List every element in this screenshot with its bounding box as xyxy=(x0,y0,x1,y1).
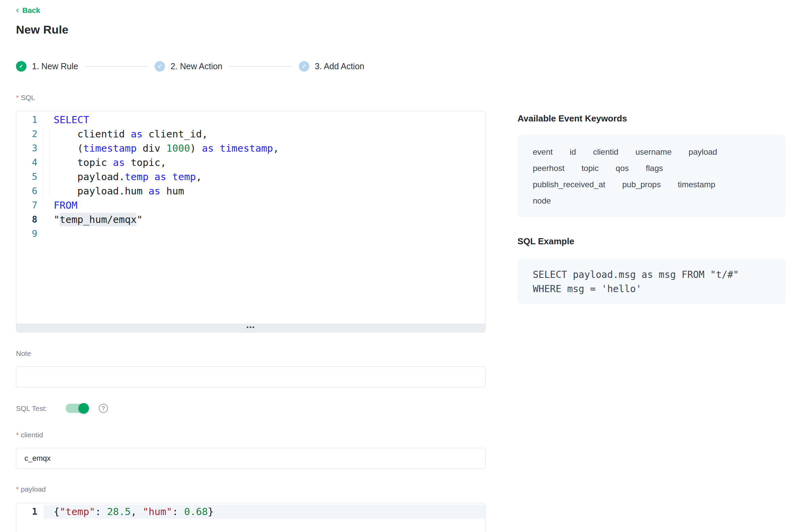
keywords-panel-title: Available Event Keywords xyxy=(517,113,627,124)
step-label: 3. Add Action xyxy=(315,61,364,71)
line-number: 6 xyxy=(16,184,43,198)
required-mark: * xyxy=(16,485,19,493)
code-token: , xyxy=(273,142,279,154)
keyword-row: eventidclientidusernamepayload xyxy=(533,144,770,160)
sql-example-title: SQL Example xyxy=(517,236,574,247)
code-line: 8"temp_hum/emqx" xyxy=(16,212,485,227)
event-keyword: topic xyxy=(581,164,599,173)
step-item-1[interactable]: ✓1. New Rule xyxy=(16,61,78,72)
code-token: SELECT xyxy=(54,114,89,126)
code-line: 2 clientid as client_id, xyxy=(16,127,485,141)
code-token: client_id, xyxy=(143,128,208,140)
code-line-content xyxy=(43,227,485,241)
code-token: timestamp xyxy=(83,142,137,154)
code-token: } xyxy=(208,506,214,517)
code-line-content: clientid as client_id, xyxy=(43,127,485,141)
code-line: 4 topic as topic, xyxy=(16,155,485,170)
clientid-field-label: *clientid xyxy=(16,431,43,439)
code-token: hum xyxy=(160,185,184,197)
keyword-row: publish_received_atpub_propstimestamp xyxy=(533,176,770,193)
payload-editor-lines[interactable]: 1{"temp": 28.5, "hum": 0.68} xyxy=(16,503,485,519)
keyword-row: node xyxy=(533,193,770,209)
sql-example-panel: SELECT payload.msg as msg FROM "t/#"WHER… xyxy=(517,259,786,304)
code-line: 5 payload.temp as temp, xyxy=(16,170,485,184)
code-line-content: payload.temp as temp, xyxy=(43,170,485,184)
code-token: topic, xyxy=(125,157,166,168)
code-token: as xyxy=(202,142,214,154)
code-token: temp xyxy=(172,171,196,183)
sql-example-line: WHERE msg = 'hello' xyxy=(533,282,770,296)
event-keyword: node xyxy=(533,196,551,206)
line-number: 3 xyxy=(16,141,43,155)
code-line-content: FROM xyxy=(43,198,485,212)
code-token: as xyxy=(113,157,125,168)
sql-editor-lines[interactable]: 1SELECT2 clientid as client_id,3 (timest… xyxy=(16,111,485,241)
code-token: 0.68 xyxy=(184,506,208,517)
sql-test-label: SQL Test: xyxy=(16,404,47,413)
code-token: payload.hum xyxy=(54,185,148,197)
code-token: topic xyxy=(54,157,113,168)
sql-editor[interactable]: 1SELECT2 clientid as client_id,3 (timest… xyxy=(16,111,486,332)
clientid-input[interactable] xyxy=(16,448,486,469)
code-token: "temp" xyxy=(59,506,95,517)
code-token: : xyxy=(95,506,107,517)
payload-field-label: *payload xyxy=(16,485,46,493)
line-number: 8 xyxy=(16,212,43,227)
code-line-content: SELECT xyxy=(43,113,485,127)
question-mark: ? xyxy=(102,405,105,412)
code-token: div xyxy=(137,142,166,154)
drag-dots-icon: ••• xyxy=(247,324,255,330)
payload-editor[interactable]: 1{"temp": 28.5, "hum": 0.68} xyxy=(16,503,486,532)
code-line-content: "temp_hum/emqx" xyxy=(43,212,485,227)
code-line: 7FROM xyxy=(16,198,485,212)
code-token: FROM xyxy=(54,200,77,211)
note-input[interactable] xyxy=(16,366,486,387)
code-token: timestamp xyxy=(220,142,273,154)
line-number: 9 xyxy=(16,227,43,241)
indent-guide xyxy=(49,127,50,198)
sql-example-line: SELECT payload.msg as msg FROM "t/#" xyxy=(533,268,770,282)
editor-resize-handle[interactable]: ••• xyxy=(16,324,485,332)
sql-field-label: *SQL xyxy=(16,94,35,102)
code-token: temp xyxy=(125,171,149,183)
code-token xyxy=(148,171,154,183)
event-keyword: username xyxy=(635,147,672,157)
line-number: 2 xyxy=(16,127,43,141)
note-field-label: Note xyxy=(16,349,31,358)
code-token: "hum" xyxy=(143,506,172,517)
keyword-row: peerhosttopicqosflags xyxy=(533,160,770,176)
code-line: 6 payload.hum as hum xyxy=(16,184,485,198)
toggle-knob xyxy=(78,403,89,414)
code-line: 1SELECT xyxy=(16,113,485,127)
event-keyword: flags xyxy=(646,164,663,173)
step-check-icon: ✓ xyxy=(16,61,26,72)
event-keyword: payload xyxy=(689,147,717,157)
step-item-3[interactable]: ✓3. Add Action xyxy=(299,61,364,72)
line-number: 4 xyxy=(16,155,43,170)
code-line: 3 (timestamp div 1000) as timestamp, xyxy=(16,141,485,155)
step-label: 2. New Action xyxy=(170,61,222,71)
code-token: ( xyxy=(54,142,83,154)
event-keyword: id xyxy=(570,147,576,157)
help-icon[interactable]: ? xyxy=(99,404,108,413)
step-connector xyxy=(229,66,292,67)
event-keyword: event xyxy=(533,147,553,157)
code-token: temp_hum/emqx xyxy=(59,213,137,226)
steps-bar: ✓1. New Rule✓2. New Action✓3. Add Action xyxy=(16,61,364,72)
event-keyword: clientid xyxy=(593,147,618,157)
step-check-icon: ✓ xyxy=(299,61,309,72)
step-label: 1. New Rule xyxy=(32,61,78,71)
code-line-content: topic as topic, xyxy=(43,155,485,170)
code-token: { xyxy=(54,506,59,517)
code-token xyxy=(214,142,219,154)
sql-test-toggle[interactable] xyxy=(66,404,88,413)
code-token: " xyxy=(54,214,59,225)
event-keyword: timestamp xyxy=(678,180,715,189)
line-number: 7 xyxy=(16,198,43,212)
code-token: as xyxy=(154,171,166,183)
code-token: payload. xyxy=(54,171,125,183)
step-item-2[interactable]: ✓2. New Action xyxy=(154,61,222,72)
back-link[interactable]: ‹ Back xyxy=(16,6,40,15)
indent-guide xyxy=(43,127,43,198)
line-number: 1 xyxy=(16,113,43,127)
